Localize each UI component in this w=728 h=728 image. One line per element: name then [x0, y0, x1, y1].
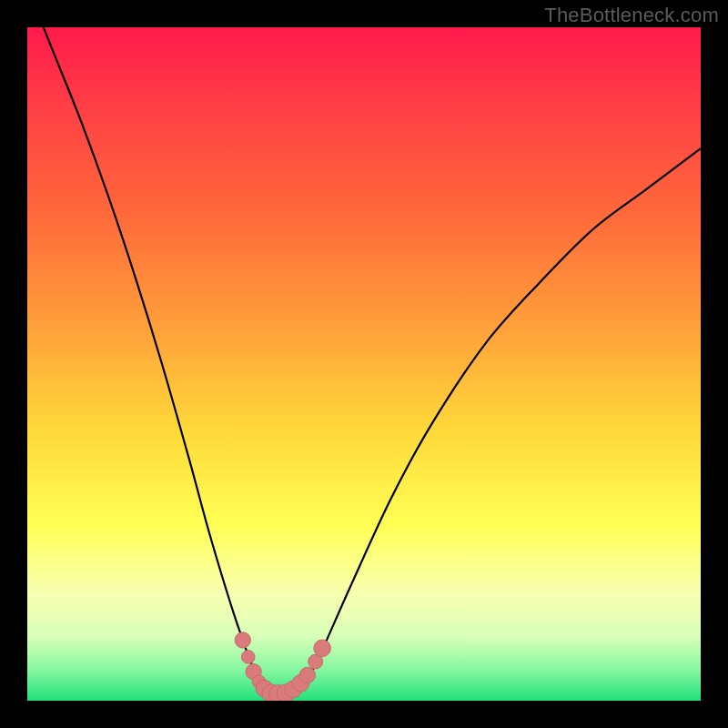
chart-frame: TheBottleneck.com — [0, 0, 728, 728]
curve-marker — [299, 667, 315, 682]
plot-area — [27, 27, 701, 701]
curve-marker — [314, 640, 331, 657]
curve-marker — [235, 632, 250, 648]
gradient-background — [27, 27, 701, 701]
curve-marker — [241, 651, 255, 664]
watermark-text: TheBottleneck.com — [544, 4, 719, 27]
chart-svg — [27, 27, 701, 701]
